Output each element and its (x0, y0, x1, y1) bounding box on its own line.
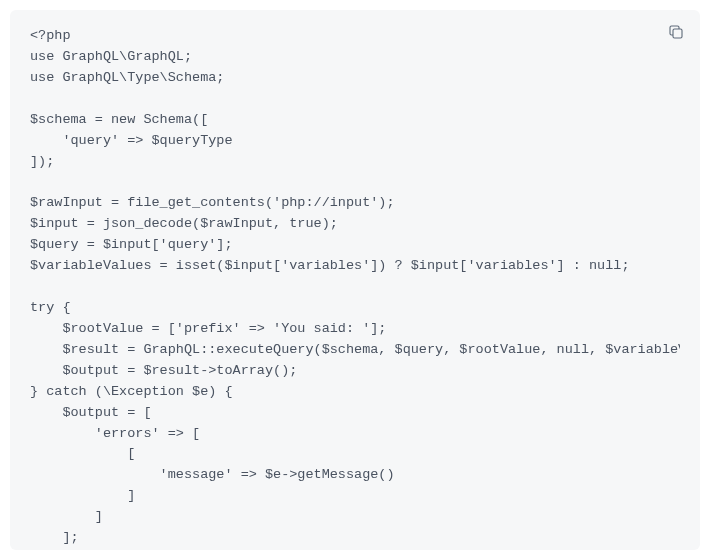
copy-icon (667, 23, 685, 46)
code-block: <?php use GraphQL\GraphQL; use GraphQL\T… (10, 10, 700, 550)
code-content: <?php use GraphQL\GraphQL; use GraphQL\T… (30, 26, 680, 550)
svg-rect-0 (673, 29, 682, 38)
copy-button[interactable] (666, 24, 686, 44)
